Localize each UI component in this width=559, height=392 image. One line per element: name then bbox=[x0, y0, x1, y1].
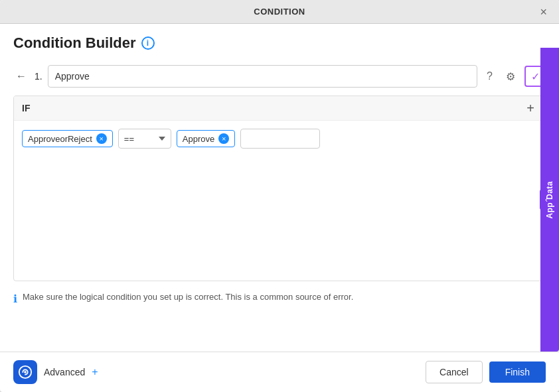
remove-left-tag-button[interactable]: × bbox=[96, 133, 107, 144]
modal-container: CONDITION × Condition Builder i ← 1. ? ⚙… bbox=[0, 0, 559, 392]
condition-name-input[interactable] bbox=[48, 65, 477, 88]
app-data-label: App Data bbox=[545, 181, 554, 219]
if-block: IF + ApproveorReject × == != > < bbox=[13, 96, 546, 281]
warning-info-icon: ℹ bbox=[13, 293, 17, 305]
advanced-label: Advanced bbox=[44, 367, 85, 377]
info-icon[interactable]: i bbox=[141, 36, 155, 50]
cancel-button[interactable]: Cancel bbox=[426, 361, 483, 383]
section-header: Condition Builder i bbox=[13, 34, 546, 52]
extra-value-input[interactable] bbox=[240, 129, 320, 149]
left-field-tag: ApproveorReject × bbox=[22, 130, 113, 147]
close-button[interactable]: × bbox=[536, 5, 551, 19]
advanced-row: Advanced + bbox=[13, 360, 98, 384]
settings-button[interactable]: ⚙ bbox=[502, 68, 519, 86]
add-condition-button[interactable]: + bbox=[524, 101, 537, 115]
condition-fields: ApproveorReject × == != > < >= <= Ap bbox=[22, 129, 537, 149]
section-title: Condition Builder bbox=[13, 34, 136, 52]
modal-title: CONDITION bbox=[254, 7, 305, 17]
warning-text: Make sure the logical condition you set … bbox=[23, 292, 353, 302]
left-field-label: ApproveorReject bbox=[28, 134, 92, 144]
step-number: 1. bbox=[35, 71, 42, 82]
main-content: Condition Builder i ← 1. ? ⚙ ✓ IF + Appr… bbox=[0, 24, 559, 352]
remove-right-tag-button[interactable]: × bbox=[218, 133, 229, 144]
if-body: ApproveorReject × == != > < >= <= Ap bbox=[14, 121, 545, 281]
back-button[interactable]: ← bbox=[13, 68, 29, 85]
advanced-icon-button[interactable] bbox=[13, 360, 37, 384]
footer-buttons: Cancel Finish bbox=[426, 361, 546, 383]
if-label: IF bbox=[22, 103, 30, 113]
finish-button[interactable]: Finish bbox=[489, 361, 546, 383]
app-data-panel[interactable]: ‹ App Data bbox=[540, 48, 559, 352]
title-bar: CONDITION × bbox=[0, 0, 559, 24]
help-button[interactable]: ? bbox=[483, 68, 497, 85]
if-header: IF + bbox=[14, 96, 545, 121]
right-value-tag: Approve × bbox=[177, 130, 235, 147]
warning-row: ℹ Make sure the logical condition you se… bbox=[13, 292, 546, 305]
footer: Advanced + Cancel Finish bbox=[0, 352, 559, 392]
operator-select[interactable]: == != > < >= <= bbox=[118, 129, 171, 149]
advanced-add-button[interactable]: + bbox=[92, 366, 98, 378]
svg-point-1 bbox=[24, 371, 27, 373]
right-value-label: Approve bbox=[183, 134, 214, 144]
condition-name-row: ← 1. ? ⚙ ✓ bbox=[13, 65, 546, 88]
